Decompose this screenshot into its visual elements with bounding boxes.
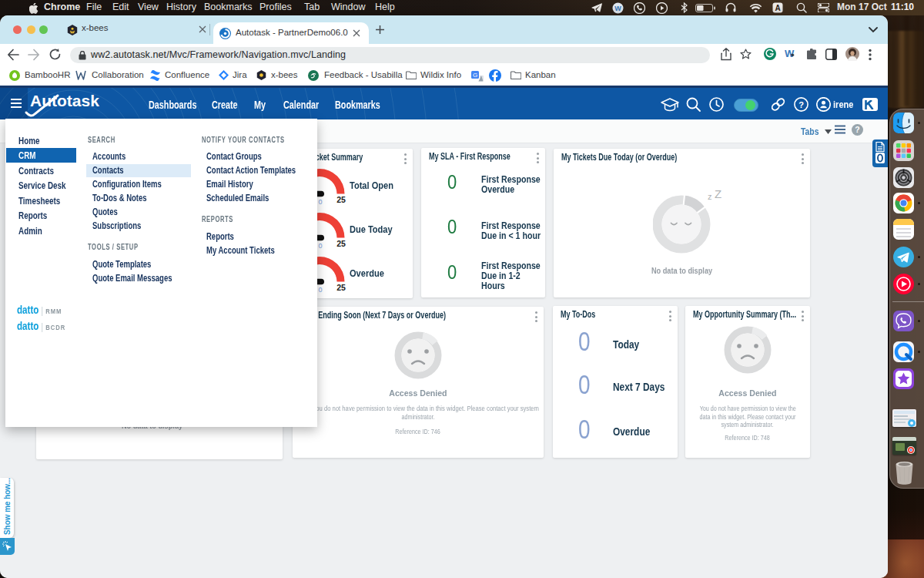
svg-text:W: W bbox=[614, 5, 621, 12]
svg-text:G: G bbox=[473, 72, 477, 79]
svg-text:z: z bbox=[708, 192, 712, 201]
svg-text:25: 25 bbox=[336, 195, 346, 204]
svg-text:W: W bbox=[785, 48, 795, 59]
svg-text:?: ? bbox=[798, 100, 804, 109]
svg-text:A: A bbox=[775, 4, 780, 12]
svg-text:?: ? bbox=[855, 125, 859, 134]
svg-text:Z: Z bbox=[715, 190, 721, 200]
svg-text:0: 0 bbox=[318, 198, 322, 206]
